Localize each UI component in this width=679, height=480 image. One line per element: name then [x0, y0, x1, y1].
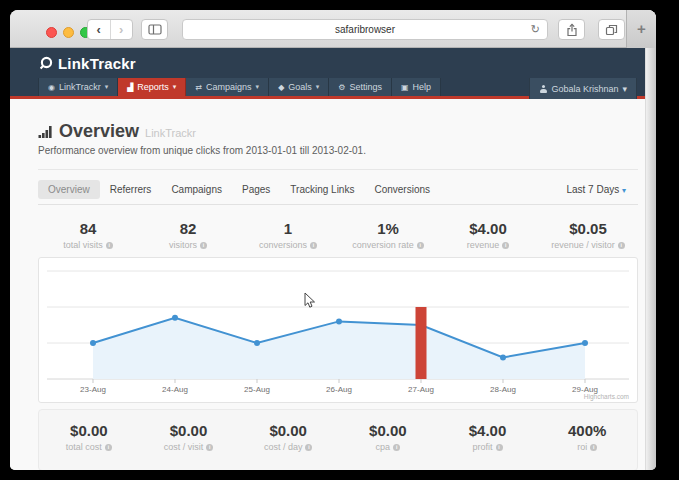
visits-chart-panel: 23-Aug24-Aug25-Aug26-Aug27-Aug28-Aug29-A… — [38, 257, 638, 403]
stat-value: 1% — [338, 220, 438, 237]
stat-label: cost / visit — [164, 442, 204, 452]
reload-icon[interactable]: ↻ — [531, 20, 540, 39]
stat-value: 82 — [138, 220, 238, 237]
stat-label: revenue / visitor — [551, 240, 615, 250]
stat-revenue-per-visitor: $0.05 revenue / visitori — [538, 220, 638, 250]
stats-bars-icon — [38, 124, 53, 139]
scroll-gutter[interactable] — [645, 48, 656, 470]
linktrackr-logo-icon[interactable] — [38, 56, 54, 71]
svg-text:Highcharts.com: Highcharts.com — [584, 393, 629, 401]
stat-label: total cost — [66, 442, 102, 452]
chevron-down-icon: ▾ — [316, 83, 320, 91]
linktrackr-logo-text[interactable]: LinkTrackr — [58, 55, 136, 72]
info-icon[interactable]: i — [618, 242, 625, 249]
sidebar-icon — [148, 24, 162, 35]
stat-profit: $4.00 profiti — [438, 422, 538, 470]
back-button[interactable]: ‹ — [88, 20, 111, 39]
nav-label: Campaigns — [206, 82, 252, 92]
new-tab-button[interactable]: + — [626, 10, 656, 48]
stat-roi: 400% roii — [537, 422, 637, 470]
url-text: safaribrowser — [335, 24, 395, 35]
tab-pages[interactable]: Pages — [232, 180, 280, 199]
stat-label: cpa — [376, 442, 391, 452]
nav-item-settings[interactable]: ⚙ Settings — [329, 78, 392, 96]
info-icon[interactable]: i — [106, 242, 113, 249]
stat-value: $0.00 — [238, 422, 338, 439]
sidebar-toggle-button[interactable] — [141, 19, 168, 40]
tab-tracking-links[interactable]: Tracking Links — [280, 180, 364, 199]
page-subtitle: Performance overview from unique clicks … — [38, 145, 638, 156]
chevron-down-icon: ▾ — [256, 83, 260, 91]
chevron-down-icon: ▾ — [173, 83, 177, 91]
page-title: Overview — [59, 121, 139, 142]
stat-label: cost / day — [264, 442, 303, 452]
user-icon — [539, 85, 547, 93]
stat-value: $0.00 — [139, 422, 239, 439]
close-window-button[interactable] — [46, 27, 57, 38]
tab-conversions[interactable]: Conversions — [364, 180, 440, 199]
help-icon: ▣ — [401, 83, 409, 92]
date-range-selector[interactable]: Last 7 Days ▾ — [566, 184, 638, 195]
info-icon[interactable]: i — [305, 444, 312, 451]
stat-conversions: 1 conversionsi — [238, 220, 338, 250]
stat-revenue: $4.00 revenuei — [438, 220, 538, 250]
stat-total-visits: 84 total visitsi — [38, 220, 138, 250]
nav-item-campaigns[interactable]: ⇄ Campaigns ▾ — [186, 78, 269, 96]
svg-text:24-Aug: 24-Aug — [162, 385, 188, 394]
nav-item-goals[interactable]: ◆ Goals ▾ — [269, 78, 329, 96]
stat-value: 1 — [238, 220, 338, 237]
stat-value: $0.05 — [538, 220, 638, 237]
stat-label: total visits — [63, 240, 103, 250]
report-tabs: Overview Referrers Campaigns Pages Track… — [38, 180, 638, 205]
history-nav-group: ‹ › — [87, 19, 133, 40]
user-menu[interactable]: Gobala Krishnan ▾ — [529, 78, 637, 99]
info-icon[interactable]: i — [496, 444, 503, 451]
info-icon[interactable]: i — [206, 444, 213, 451]
address-bar[interactable]: safaribrowser ↻ — [182, 19, 548, 40]
stat-value: $0.00 — [338, 422, 438, 439]
svg-text:25-Aug: 25-Aug — [244, 385, 270, 394]
stat-value: $4.00 — [438, 220, 538, 237]
forward-button[interactable]: › — [111, 20, 133, 39]
info-icon[interactable]: i — [105, 444, 112, 451]
globe-icon: ◉ — [48, 83, 55, 92]
title-row: Overview LinkTrackr — [38, 121, 638, 142]
nav-item-help[interactable]: ▣ Help — [392, 78, 441, 96]
nav-label: Goals — [288, 82, 312, 92]
svg-text:23-Aug: 23-Aug — [80, 385, 106, 394]
info-icon[interactable]: i — [393, 444, 400, 451]
stat-value: $4.00 — [438, 422, 538, 439]
info-icon[interactable]: i — [417, 242, 424, 249]
info-icon[interactable]: i — [590, 444, 597, 451]
nav-item-linktrackr[interactable]: ◉ LinkTrackr ▾ — [38, 78, 118, 96]
tab-overview[interactable]: Overview — [38, 180, 100, 199]
chevron-down-icon: ▾ — [622, 84, 627, 94]
minimize-window-button[interactable] — [63, 27, 74, 38]
stat-value: $0.00 — [39, 422, 139, 439]
stat-cost-per-day: $0.00 cost / dayi — [238, 422, 338, 470]
stat-label: profit — [473, 442, 493, 452]
info-icon[interactable]: i — [502, 242, 509, 249]
stat-visitors: 82 visitorsi — [138, 220, 238, 250]
nav-label: Reports — [137, 82, 169, 92]
section-divider — [38, 169, 638, 170]
stat-value: 400% — [537, 422, 637, 439]
show-tabs-button[interactable] — [598, 19, 625, 40]
browser-window: ‹ › safaribrowser ↻ — [10, 10, 656, 470]
nav-item-reports[interactable]: ▟ Reports ▾ — [118, 78, 186, 96]
tab-referrers[interactable]: Referrers — [100, 180, 162, 199]
stat-label: visitors — [169, 240, 197, 250]
wrench-icon: ⚙ — [338, 83, 345, 92]
share-icon — [566, 23, 578, 37]
info-icon[interactable]: i — [310, 242, 317, 249]
tab-campaigns[interactable]: Campaigns — [161, 180, 232, 199]
stat-label: conversion rate — [352, 240, 414, 250]
page-title-suffix: LinkTrackr — [145, 127, 196, 139]
share-button[interactable] — [558, 19, 585, 40]
chevron-down-icon: ▾ — [105, 83, 109, 91]
mouse-cursor — [304, 292, 317, 310]
stat-label: roi — [577, 442, 587, 452]
user-name: Gobala Krishnan — [551, 84, 618, 94]
info-icon[interactable]: i — [200, 242, 207, 249]
report-content: Overview LinkTrackr Performance overview… — [10, 121, 645, 470]
